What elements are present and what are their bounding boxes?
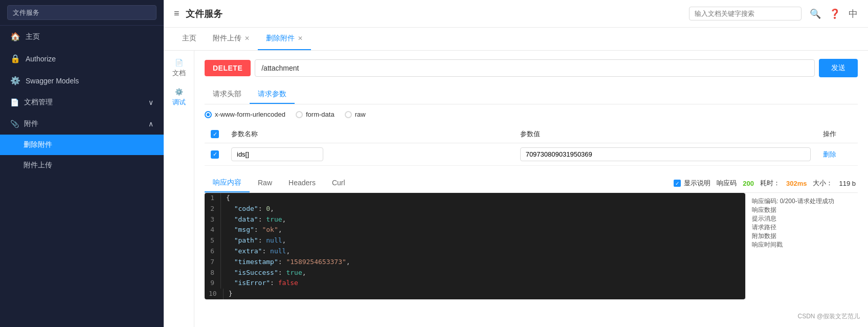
- content-area: 📄 文档 ⚙️ 调试 DELETE 发送 请求头部 请求参: [164, 51, 868, 327]
- desc-line-3: 提示消息: [752, 214, 852, 223]
- chevron-up-icon: ∧: [148, 120, 153, 128]
- response-code-area: 1 { 2 "code": 0, 3 "data": true,: [205, 193, 745, 299]
- param-row: ✓ 删除: [205, 143, 858, 166]
- radio-raw-circle: [345, 111, 352, 118]
- attachment-icon: 📎: [10, 120, 19, 128]
- response-tab-curl-label: Curl: [332, 179, 345, 187]
- lock-icon: 🔒: [10, 54, 20, 63]
- tab-delete[interactable]: 删除附件 ✕: [258, 28, 311, 50]
- topbar-search-input[interactable]: [689, 7, 802, 20]
- code-line-2: 2 "code": 0,: [205, 204, 745, 214]
- code-line-3: 3 "data": true,: [205, 214, 745, 225]
- code-line-9: 9 "isError": false: [205, 278, 745, 289]
- watermark: CSDN @假装文艺范儿: [797, 312, 860, 321]
- sidebar: 🏠 主页 🔒 Authorize ⚙️ Swagger Models 📄 文档管…: [0, 0, 164, 327]
- code-line-6: 6 "extra": null,: [205, 246, 745, 257]
- response-tab-bar: 响应内容 Raw Headers Curl ✓ 显示说明: [205, 174, 858, 193]
- response-tab-headers[interactable]: Headers: [280, 175, 324, 192]
- radio-urlencoded-label: x-www-form-urlencoded: [215, 111, 285, 118]
- desc-line-2: 响应数据: [752, 206, 852, 214]
- response-tab-content-label: 响应内容: [213, 178, 241, 186]
- param-value-cell: [514, 143, 817, 166]
- select-all-checkbox[interactable]: ✓: [211, 130, 219, 138]
- radio-raw-label: raw: [355, 111, 366, 118]
- response-tab-content[interactable]: 响应内容: [205, 174, 250, 192]
- code-line-10: 10 }: [205, 289, 745, 299]
- param-name-cell: [225, 143, 514, 166]
- radio-form-data[interactable]: form-data: [296, 111, 335, 118]
- help-icon[interactable]: ❓: [829, 8, 840, 19]
- radio-form-data-circle: [296, 111, 303, 118]
- param-name-input[interactable]: [231, 147, 323, 161]
- topbar: ≡ 文件服务 🔍 ❓ 中: [164, 0, 868, 28]
- send-button[interactable]: 发送: [819, 59, 858, 77]
- search-icon[interactable]: 🔍: [810, 8, 821, 19]
- response-tab-curl[interactable]: Curl: [324, 175, 353, 192]
- radio-urlencoded-circle: [205, 111, 212, 118]
- response-code-label: 响应码: [717, 179, 737, 188]
- response-section: 响应内容 Raw Headers Curl ✓ 显示说明: [205, 174, 858, 299]
- left-panel-debug[interactable]: ⚙️ 调试: [172, 88, 186, 107]
- sub-tab-header-label: 请求头部: [213, 90, 241, 98]
- tab-bar: 主页 附件上传 ✕ 删除附件 ✕: [164, 28, 868, 51]
- code-line-8: 8 "isSuccess": true,: [205, 268, 745, 278]
- sidebar-item-authorize-label: Authorize: [26, 55, 56, 63]
- desc-line-1: 响应编码: 0/200-请求处理成功: [752, 197, 852, 206]
- sidebar-item-attachment[interactable]: 📎 附件 ∧: [0, 113, 164, 135]
- show-desc-checkbox-icon: ✓: [674, 180, 681, 187]
- sub-tab-bar: 请求头部 请求参数: [205, 85, 858, 104]
- method-badge: DELETE: [205, 60, 251, 76]
- tab-delete-close[interactable]: ✕: [298, 35, 303, 42]
- tab-upload[interactable]: 附件上传 ✕: [205, 28, 258, 50]
- param-action-cell: 删除: [817, 143, 858, 166]
- left-panel-doc[interactable]: 📄 文档: [172, 59, 186, 78]
- chevron-down-icon: ∨: [148, 98, 153, 106]
- response-tab-raw-label: Raw: [258, 179, 272, 187]
- request-bar: DELETE 发送: [205, 59, 858, 77]
- show-desc-toggle[interactable]: ✓ 显示说明: [674, 179, 710, 188]
- code-line-4: 4 "msg": "ok",: [205, 225, 745, 235]
- code-line-7: 7 "timestamp": "1589254653373",: [205, 257, 745, 268]
- sidebar-item-delete-attachment[interactable]: 删除附件: [0, 135, 164, 155]
- url-input[interactable]: [255, 59, 815, 77]
- sidebar-item-upload-attachment[interactable]: 附件上传: [0, 155, 164, 176]
- home-icon: 🏠: [10, 32, 20, 41]
- encoding-radio-group: x-www-form-urlencoded form-data raw: [205, 111, 858, 118]
- desc-line-5: 附加数据: [752, 232, 852, 241]
- sidebar-item-swagger-label: Swagger Models: [26, 77, 79, 85]
- sidebar-item-doc-label: 文档管理: [24, 98, 53, 107]
- response-meta: ✓ 显示说明 响应码 200 耗时： 302ms 大小： 119 b: [674, 179, 858, 188]
- param-checkbox[interactable]: ✓: [211, 150, 219, 159]
- sidebar-item-doc-manage[interactable]: 📄 文档管理 ∨: [0, 92, 164, 113]
- response-tab-raw[interactable]: Raw: [250, 175, 280, 192]
- tab-home-label: 主页: [182, 34, 196, 43]
- sidebar-item-swagger-models[interactable]: ⚙️ Swagger Models: [0, 70, 164, 92]
- sidebar-item-home[interactable]: 🏠 主页: [0, 26, 164, 48]
- main-content: ≡ 文件服务 🔍 ❓ 中 主页 附件上传 ✕ 删除附件 ✕ 📄 文档: [164, 0, 868, 327]
- sub-tab-request-header[interactable]: 请求头部: [205, 85, 250, 104]
- radio-form-data-label: form-data: [306, 111, 335, 118]
- sidebar-item-home-label: 主页: [26, 32, 40, 41]
- user-icon[interactable]: 中: [849, 8, 858, 20]
- sidebar-nav: 🏠 主页 🔒 Authorize ⚙️ Swagger Models 📄 文档管…: [0, 26, 164, 327]
- tab-home[interactable]: 主页: [174, 28, 205, 50]
- response-tab-headers-label: Headers: [288, 179, 316, 187]
- show-desc-label: 显示说明: [684, 179, 710, 188]
- response-desc-area: 响应编码: 0/200-请求处理成功 响应数据 提示消息 请求路径 附加数据 响…: [745, 193, 858, 299]
- code-line-1: 1 {: [205, 193, 745, 204]
- radio-urlencoded[interactable]: x-www-form-urlencoded: [205, 111, 285, 118]
- param-delete-link[interactable]: 删除: [823, 150, 836, 158]
- radio-raw[interactable]: raw: [345, 111, 366, 118]
- param-value-input[interactable]: [520, 147, 811, 161]
- tab-upload-close[interactable]: ✕: [244, 35, 250, 42]
- code-block: 1 { 2 "code": 0, 3 "data": true,: [205, 193, 745, 299]
- tab-delete-label: 删除附件: [266, 34, 295, 43]
- sidebar-item-authorize[interactable]: 🔒 Authorize: [0, 48, 164, 70]
- doc-icon: 📄: [10, 98, 19, 106]
- sidebar-search-input[interactable]: [7, 5, 157, 20]
- col-check: ✓: [205, 125, 225, 143]
- menu-icon[interactable]: ≡: [174, 8, 180, 19]
- sub-tab-request-params[interactable]: 请求参数: [250, 85, 295, 104]
- gear-icon: ⚙️: [10, 76, 20, 85]
- page-title: 文件服务: [186, 8, 222, 20]
